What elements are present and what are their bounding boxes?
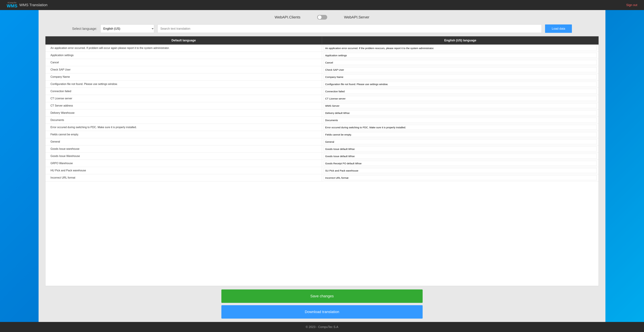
table-row: Cancel bbox=[46, 59, 598, 66]
controls-row: Select language: English (US) Load data bbox=[38, 21, 606, 36]
cell-translation[interactable] bbox=[322, 73, 598, 80]
header-translation-language: English (US) language bbox=[322, 36, 598, 44]
cell-translation[interactable] bbox=[322, 167, 598, 174]
translation-field[interactable] bbox=[324, 168, 597, 173]
table-row: General bbox=[46, 138, 598, 145]
table-row: Company Name bbox=[46, 73, 598, 81]
navbar: #CompuTec WMS WMS Translation Sign out bbox=[0, 0, 644, 10]
load-data-button[interactable]: Load data bbox=[545, 24, 572, 33]
cell-default: CT License server bbox=[46, 95, 322, 102]
cell-default: Application settings bbox=[46, 52, 322, 59]
translation-field[interactable] bbox=[324, 103, 597, 108]
footer-copyright: © 2023 - CompuTec S.A bbox=[306, 325, 338, 329]
cell-translation[interactable] bbox=[322, 95, 598, 102]
cell-translation[interactable] bbox=[322, 44, 598, 52]
translation-field[interactable] bbox=[324, 96, 597, 101]
cell-translation[interactable] bbox=[322, 102, 598, 109]
cell-translation[interactable] bbox=[322, 160, 598, 167]
translation-table-container: Default language English (US) language A… bbox=[45, 36, 599, 286]
select-language-label: Select language: bbox=[72, 27, 97, 31]
cell-default: Goods Issue warehouse bbox=[46, 145, 322, 153]
side-panel-right bbox=[606, 10, 644, 322]
side-panel-left bbox=[0, 10, 38, 322]
cell-translation[interactable] bbox=[322, 52, 598, 59]
save-changes-button[interactable]: Save changes bbox=[221, 290, 422, 303]
brand: #CompuTec WMS WMS Translation bbox=[7, 2, 48, 8]
cell-default: Goods Issue Warehouse bbox=[46, 153, 322, 160]
cell-default: CT Server address bbox=[46, 102, 322, 109]
table-row: Error occured during switching to PDC. M… bbox=[46, 124, 598, 131]
cell-default: Cancel bbox=[46, 59, 322, 66]
tabs-row: WebAPI.Clients WebAPI.Server bbox=[38, 10, 606, 21]
bottom-buttons: Save changes Download translation bbox=[38, 286, 606, 322]
translation-field[interactable] bbox=[324, 53, 597, 58]
main-container: WebAPI.Clients WebAPI.Server Select lang… bbox=[38, 10, 606, 322]
cell-default: Configuration file not found. Please use… bbox=[46, 81, 322, 88]
tab-webapi-clients[interactable]: WebAPI.Clients bbox=[265, 13, 310, 21]
table-body: An application error occurred. If proble… bbox=[46, 44, 598, 286]
cell-translation[interactable] bbox=[322, 59, 598, 66]
translation-field[interactable] bbox=[324, 89, 597, 94]
table-row: GRPO Warehouse bbox=[46, 160, 598, 167]
cell-translation[interactable] bbox=[322, 124, 598, 131]
tab-webapi-server[interactable]: WebAPI.Server bbox=[334, 13, 379, 21]
cell-default: Documents bbox=[46, 117, 322, 124]
translation-field[interactable] bbox=[324, 139, 597, 144]
table-row: CT Server address bbox=[46, 102, 598, 109]
cell-translation[interactable] bbox=[322, 138, 598, 145]
table-header: Default language English (US) language bbox=[46, 36, 598, 44]
cell-default: Fields cannot be empty. bbox=[46, 131, 322, 138]
cell-translation[interactable] bbox=[322, 109, 598, 116]
cell-translation[interactable] bbox=[322, 81, 598, 88]
cell-translation[interactable] bbox=[322, 131, 598, 138]
translation-field[interactable] bbox=[324, 74, 597, 79]
translation-field[interactable] bbox=[324, 110, 597, 115]
translation-field[interactable] bbox=[324, 154, 597, 159]
translation-field[interactable] bbox=[324, 125, 597, 130]
cell-default: Incorrect URL format bbox=[46, 174, 322, 181]
table-row: Delivery Warehouse bbox=[46, 109, 598, 117]
table-row: Application settings bbox=[46, 52, 598, 59]
cell-translation[interactable] bbox=[322, 145, 598, 153]
footer: © 2023 - CompuTec S.A bbox=[0, 322, 644, 332]
cell-translation[interactable] bbox=[322, 66, 598, 73]
table-row: Goods Issue warehouse bbox=[46, 145, 598, 153]
brand-logo: #CompuTec WMS bbox=[7, 2, 18, 8]
translation-field[interactable] bbox=[324, 82, 597, 87]
cell-default: An application error occurred. If proble… bbox=[46, 44, 322, 52]
translation-field[interactable] bbox=[324, 118, 597, 123]
cell-translation[interactable] bbox=[322, 117, 598, 124]
table-row: Connection failed bbox=[46, 88, 598, 95]
app-title: WMS Translation bbox=[20, 3, 48, 7]
translation-field[interactable] bbox=[324, 146, 597, 152]
language-select[interactable]: English (US) bbox=[100, 24, 154, 33]
translation-field[interactable] bbox=[324, 161, 597, 166]
cell-translation[interactable] bbox=[322, 153, 598, 160]
cell-default: Delivery Warehouse bbox=[46, 109, 322, 116]
download-translation-button[interactable]: Download translation bbox=[221, 305, 422, 319]
translation-field[interactable] bbox=[324, 132, 597, 137]
translation-field[interactable] bbox=[324, 46, 597, 51]
table-row: Configuration file not found. Please use… bbox=[46, 81, 598, 88]
translation-field[interactable] bbox=[324, 67, 597, 72]
cell-default: Company Name bbox=[46, 73, 322, 80]
cell-translation[interactable] bbox=[322, 174, 598, 181]
brand-logo-bottom: WMS bbox=[7, 4, 18, 8]
translation-field[interactable] bbox=[324, 60, 597, 65]
cell-translation[interactable] bbox=[322, 88, 598, 95]
table-row: An application error occurred. If proble… bbox=[46, 44, 598, 52]
table-row: Incorrect URL format bbox=[46, 174, 598, 181]
translation-field[interactable] bbox=[324, 175, 597, 180]
table-row: Check SAP User bbox=[46, 66, 598, 73]
cell-default: GRPO Warehouse bbox=[46, 160, 322, 167]
table-row: HU Pick and Pack warehouse bbox=[46, 167, 598, 174]
tab-toggle[interactable] bbox=[317, 15, 327, 20]
search-input[interactable] bbox=[158, 24, 542, 33]
cell-default: HU Pick and Pack warehouse bbox=[46, 167, 322, 174]
table-row: Goods Issue Warehouse bbox=[46, 153, 598, 160]
table-row: Fields cannot be empty. bbox=[46, 131, 598, 138]
cell-default: Error occured during switching to PDC. M… bbox=[46, 124, 322, 131]
cell-default: General bbox=[46, 138, 322, 145]
cell-default: Check SAP User bbox=[46, 66, 322, 73]
sign-out-button[interactable]: Sign out bbox=[626, 3, 637, 7]
